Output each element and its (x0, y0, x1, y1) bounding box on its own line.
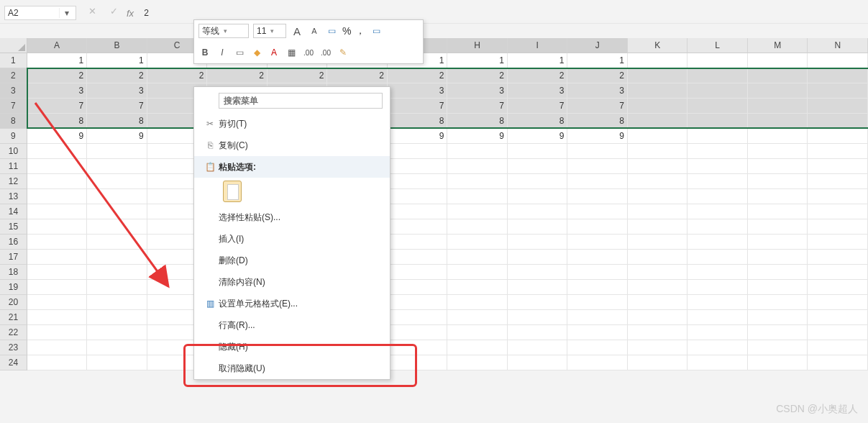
cell[interactable]: 8 (388, 114, 448, 129)
cell[interactable]: 7 (388, 99, 448, 114)
cell[interactable] (87, 325, 147, 340)
cell[interactable] (748, 129, 808, 144)
cell[interactable]: 3 (27, 83, 88, 99)
cell[interactable] (687, 189, 748, 204)
cell[interactable] (508, 219, 568, 235)
row-header[interactable]: 17 (0, 250, 27, 265)
cell[interactable] (567, 159, 628, 174)
cell[interactable] (388, 144, 448, 159)
cell[interactable] (748, 174, 808, 189)
cell[interactable] (748, 189, 808, 204)
cell[interactable] (628, 295, 688, 310)
row-header[interactable]: 9 (0, 129, 27, 144)
percent-icon[interactable]: % (342, 25, 351, 37)
cell[interactable] (27, 250, 88, 265)
cell[interactable]: 7 (27, 99, 88, 114)
cell[interactable] (687, 144, 748, 159)
cell[interactable] (687, 295, 748, 310)
cell[interactable]: 9 (388, 129, 448, 144)
cell[interactable] (628, 265, 688, 280)
cell[interactable] (687, 355, 748, 370)
cell[interactable] (27, 174, 88, 189)
cell[interactable] (388, 265, 448, 280)
col-header[interactable]: M (748, 38, 808, 53)
cell[interactable] (567, 174, 628, 189)
cell[interactable] (27, 280, 88, 295)
cell[interactable] (628, 219, 688, 235)
cell[interactable] (808, 280, 868, 295)
cell[interactable] (748, 204, 808, 219)
cell[interactable] (687, 325, 748, 340)
cell[interactable] (687, 174, 748, 189)
chevron-down-icon[interactable]: ▾ (59, 8, 73, 18)
font-size-select[interactable]: 11▾ (253, 24, 286, 38)
cell[interactable] (748, 114, 808, 129)
cell[interactable]: 3 (508, 83, 568, 99)
cell[interactable] (508, 340, 568, 355)
cell[interactable] (87, 310, 147, 325)
cell[interactable]: 2 (147, 68, 208, 83)
col-header[interactable]: L (687, 38, 748, 53)
cell[interactable] (508, 250, 568, 265)
cell[interactable] (388, 189, 448, 204)
cell[interactable] (27, 189, 88, 204)
cell[interactable] (628, 310, 688, 325)
cell[interactable] (567, 219, 628, 235)
cell[interactable] (27, 144, 88, 159)
shrink-font-icon[interactable]: A (308, 27, 321, 35)
decrease-decimal-icon[interactable]: .00 (319, 49, 332, 57)
row-header[interactable]: 1 (0, 53, 27, 68)
cell[interactable] (628, 129, 688, 144)
cell[interactable] (628, 340, 688, 355)
row-header[interactable]: 23 (0, 340, 27, 355)
cell[interactable] (508, 355, 568, 370)
cell[interactable] (748, 310, 808, 325)
cell[interactable]: 2 (567, 68, 628, 83)
row-header[interactable]: 10 (0, 144, 27, 159)
cell[interactable] (27, 310, 88, 325)
col-header[interactable]: I (508, 38, 568, 53)
cell[interactable] (388, 280, 448, 295)
cell[interactable] (447, 204, 508, 219)
cell[interactable] (808, 204, 868, 219)
cell[interactable]: 8 (508, 114, 568, 129)
cell[interactable]: 1 (27, 53, 88, 68)
cell[interactable]: 2 (508, 68, 568, 83)
cell[interactable] (687, 340, 748, 355)
cell[interactable] (687, 280, 748, 295)
borders-icon[interactable]: ▦ (285, 47, 298, 58)
cell[interactable] (628, 189, 688, 204)
cell[interactable] (87, 250, 147, 265)
cell[interactable] (447, 250, 508, 265)
cell[interactable] (687, 53, 748, 68)
select-all[interactable] (0, 38, 27, 53)
menu-search[interactable] (219, 93, 383, 109)
cell[interactable]: 3 (447, 83, 508, 99)
cell[interactable] (567, 325, 628, 340)
cell[interactable] (447, 144, 508, 159)
cell[interactable] (628, 280, 688, 295)
cell[interactable] (567, 189, 628, 204)
cell[interactable] (567, 144, 628, 159)
cell[interactable] (808, 68, 868, 83)
cell[interactable] (628, 250, 688, 265)
cell[interactable]: 9 (508, 129, 568, 144)
increase-decimal-icon[interactable]: .00 (302, 49, 315, 57)
cell[interactable] (628, 355, 688, 370)
cell[interactable] (87, 280, 147, 295)
cell[interactable] (808, 144, 868, 159)
cell[interactable] (808, 129, 868, 144)
cell[interactable]: 7 (447, 99, 508, 114)
row-header[interactable]: 12 (0, 174, 27, 189)
cell[interactable] (508, 295, 568, 310)
cell[interactable] (567, 280, 628, 295)
cell[interactable] (508, 204, 568, 219)
cell[interactable] (748, 265, 808, 280)
row-header[interactable]: 21 (0, 310, 27, 325)
cell[interactable] (447, 159, 508, 174)
cell[interactable] (687, 159, 748, 174)
cell[interactable] (808, 295, 868, 310)
cell[interactable] (687, 114, 748, 129)
cell[interactable] (748, 83, 808, 99)
menu-insert[interactable]: 插入(I) (194, 228, 390, 250)
